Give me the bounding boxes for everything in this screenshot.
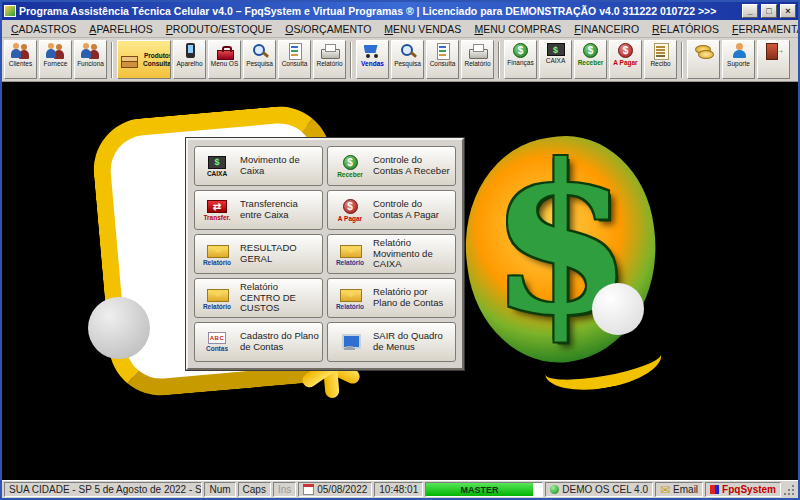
toolbar-label: Finanças xyxy=(507,59,533,66)
toolbar-button-vendas[interactable]: Vendas xyxy=(356,40,389,79)
status-brand: FpqSystem xyxy=(705,482,781,497)
toolbar-button-fornecedores[interactable]: Fornece xyxy=(39,40,72,79)
status-product: DEMO OS CEL 4.0 xyxy=(545,482,653,497)
toolbar-button-caixa[interactable]: $ CAIXA xyxy=(539,40,572,79)
button-movimento-de-caixa[interactable]: $ CAIXA Movimento de Caixa xyxy=(194,146,323,186)
button-relatorio-centro-de-custos[interactable]: Relatório Relatório CENTRO DE CUSTOS xyxy=(194,278,323,318)
toolbar-label: Fornece xyxy=(44,60,68,67)
menu-vendas[interactable]: MENU VENDAS xyxy=(378,22,467,36)
products-box-icon xyxy=(120,52,140,68)
toolbar-separator xyxy=(498,42,500,78)
toolbar: Clientes Fornece Funciona Produtos Consu… xyxy=(2,38,798,82)
employees-icon xyxy=(81,43,101,59)
toolbar-label: Suporte xyxy=(727,60,750,67)
toolbar-button-sair[interactable]: → xyxy=(757,40,790,79)
dollar-icon: $ xyxy=(513,43,528,58)
status-user-progress: MASTER xyxy=(425,482,543,497)
button-caption: Receber xyxy=(337,171,363,178)
menu-produto-estoque[interactable]: PRODUTO/ESTOQUE xyxy=(160,22,278,36)
button-label: Relatório por Plano de Contas xyxy=(373,287,452,309)
menu-relatorios[interactable]: RELATÓRIOS xyxy=(646,22,725,36)
menu-compras[interactable]: MENU COMPRAS xyxy=(468,22,567,36)
status-product-label: DEMO OS CEL 4.0 xyxy=(562,484,648,495)
close-button[interactable]: × xyxy=(780,4,796,18)
minimize-button[interactable]: _ xyxy=(742,4,758,18)
button-caption: CAIXA xyxy=(207,170,227,177)
toolbar-button-suporte[interactable]: Suporte xyxy=(722,40,755,79)
printer-icon xyxy=(320,43,340,59)
button-label: RESULTADO GERAL xyxy=(240,243,319,265)
button-contas-a-pagar[interactable]: $ A Pagar Controle do Contas A Pagar xyxy=(327,190,456,230)
menu-os-orcamento[interactable]: OS/ORÇAMENTO xyxy=(279,22,377,36)
toolbar-button-menu-os[interactable]: Menu OS xyxy=(208,40,241,79)
toolbar-button-vendas-pesquisa[interactable]: Pesquisa xyxy=(391,40,424,79)
toolbar-button-recibo[interactable]: Recibo xyxy=(644,40,677,79)
button-caption: Relatório xyxy=(336,259,364,266)
button-caption: Transfer. xyxy=(203,214,230,221)
toolbar-button-aparelho[interactable]: Aparelho xyxy=(173,40,206,79)
toolbar-button-os-consulta[interactable]: Consulta xyxy=(278,40,311,79)
button-relatorio-movimento-caixa[interactable]: Relatório Relatório Movimento de CAIXA xyxy=(327,234,456,274)
button-label: Movimento de Caixa xyxy=(240,155,319,177)
status-email-label: Email xyxy=(673,484,698,495)
menu-financeiro[interactable]: FINANCEIRO xyxy=(568,22,645,36)
printer-icon xyxy=(468,43,488,59)
cart-icon xyxy=(363,43,383,59)
status-email[interactable]: ✉ Email xyxy=(655,482,703,497)
monitor-icon xyxy=(340,334,360,350)
button-label: SAIR do Quadro de Menus xyxy=(373,331,452,353)
resize-grip[interactable] xyxy=(783,482,796,497)
fpqsystem-logo-icon xyxy=(710,485,719,494)
toolbar-label: Receber xyxy=(578,59,604,66)
button-transferencia-entre-caixa[interactable]: ⇄ Transfer. Transferencia entre Caixa xyxy=(194,190,323,230)
status-user: MASTER xyxy=(426,483,533,496)
toolbar-button-vendas-consulta[interactable]: Consulta xyxy=(426,40,459,79)
toolbar-button-os-relatorio[interactable]: Relatório xyxy=(313,40,346,79)
toolbar-button-a-pagar[interactable]: $ A Pagar xyxy=(609,40,642,79)
exit-arrow-icon: → xyxy=(775,44,785,55)
coins-icon xyxy=(694,43,714,59)
toolbar-button-receber[interactable]: $ Receber xyxy=(574,40,607,79)
toolbar-label: Relatório xyxy=(316,60,342,67)
toolbar-label: A Pagar xyxy=(613,59,637,66)
toolbar-separator xyxy=(350,42,352,78)
menu-aparelhos[interactable]: APARELHOS xyxy=(83,22,158,36)
report-envelope-icon xyxy=(207,286,227,302)
clients-icon xyxy=(11,43,31,59)
toolbar-label: Pesquisa xyxy=(394,60,421,67)
toolbox-icon xyxy=(215,43,235,59)
toolbar-button-moedas[interactable] xyxy=(687,40,720,79)
mail-icon: ✉ xyxy=(660,484,670,496)
toolbar-button-os-pesquisa[interactable]: Pesquisa xyxy=(243,40,276,79)
button-resultado-geral[interactable]: Relatório RESULTADO GERAL xyxy=(194,234,323,274)
search-icon xyxy=(250,43,270,59)
toolbar-label: Consultar xyxy=(143,60,171,67)
toolbar-button-vendas-relatorio[interactable]: Relatório xyxy=(461,40,494,79)
receivable-dollar-icon: $ xyxy=(343,155,358,170)
button-contas-a-receber[interactable]: $ Receber Controle do Contas A Receber xyxy=(327,146,456,186)
menu-cadastros[interactable]: CADASTROS xyxy=(5,22,82,36)
toolbar-button-clientes[interactable]: Clientes xyxy=(4,40,37,79)
cash-drawer-icon: $ xyxy=(547,43,565,56)
toolbar-label: Consulta xyxy=(430,60,456,67)
button-caption: Relatório xyxy=(203,303,231,310)
button-cadastro-plano-de-contas[interactable]: ABC Contas Cadastro do Plano de Contas xyxy=(194,322,323,362)
support-icon xyxy=(729,43,749,59)
toolbar-button-produtos-consultar[interactable]: Produtos Consultar xyxy=(117,40,171,79)
status-insert: Ins xyxy=(273,482,296,497)
report-envelope-icon xyxy=(340,286,360,302)
button-caption: Contas xyxy=(206,345,228,352)
green-dot-icon xyxy=(550,485,559,494)
button-relatorio-plano-de-contas[interactable]: Relatório Relatório por Plano de Contas xyxy=(327,278,456,318)
button-label: Controle do Contas A Pagar xyxy=(373,199,452,221)
button-sair-quadro-de-menus[interactable]: SAIR do Quadro de Menus xyxy=(327,322,456,362)
menu-ferramentas[interactable]: FERRAMENTAS xyxy=(726,22,800,36)
maximize-button[interactable]: □ xyxy=(761,4,777,18)
calendar-icon xyxy=(303,484,314,495)
report-envelope-icon xyxy=(340,242,360,258)
toolbar-button-funcionarios[interactable]: Funciona xyxy=(74,40,107,79)
titlebar: Programa Assistência Técnica Celular v4.… xyxy=(2,2,798,20)
transfer-icon: ⇄ xyxy=(207,200,227,213)
search-icon xyxy=(398,43,418,59)
toolbar-button-financas[interactable]: $ Finanças xyxy=(504,40,537,79)
